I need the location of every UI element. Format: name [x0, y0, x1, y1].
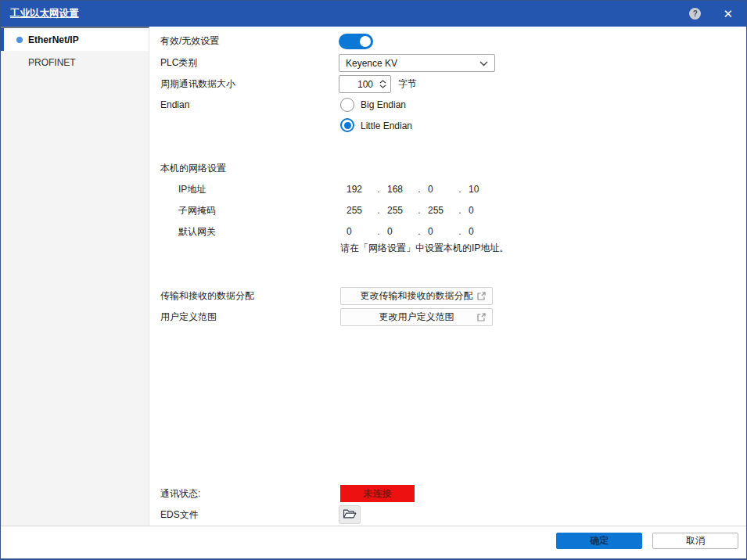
- selected-indicator: [1, 28, 4, 51]
- active-dot-icon: [16, 37, 23, 43]
- sidebar-item-label: EtherNet/IP: [28, 34, 79, 45]
- enable-toggle[interactable]: [339, 34, 373, 49]
- change-data-allocation-button[interactable]: 更改传输和接收的数据分配: [340, 287, 493, 305]
- subnet-mask-value: 255 . 255 . 255 . 0: [347, 203, 492, 218]
- octet: 255: [387, 203, 411, 218]
- default-gateway-value: 0 . 0 . 0 . 0: [347, 224, 492, 239]
- sidebar-item-profinet[interactable]: PROFINET: [1, 51, 149, 74]
- eds-file-label: EDS文件: [160, 507, 199, 522]
- eds-file-open-button[interactable]: [339, 505, 361, 524]
- octet: 0: [347, 224, 370, 239]
- network-settings-note: 请在「网络设置」中设置本机的IP地址。: [340, 240, 508, 256]
- chevron-down-icon: [479, 58, 488, 69]
- external-link-icon: [476, 312, 487, 325]
- cyclic-size-label: 周期通讯数据大小: [160, 76, 235, 92]
- close-icon[interactable]: ✕: [723, 8, 733, 20]
- octet-separator: .: [370, 203, 387, 218]
- sidebar-item-label: PROFINET: [28, 57, 76, 68]
- titlebar-icons: ? ✕: [689, 8, 733, 20]
- external-link-icon: [476, 291, 487, 303]
- comm-status-label: 通讯状态:: [160, 486, 200, 501]
- octet-separator: .: [370, 181, 387, 197]
- octet: 255: [428, 203, 451, 218]
- help-icon[interactable]: ?: [689, 8, 701, 20]
- octet: 0: [387, 224, 411, 239]
- dialog-footer: 确定 取消: [1, 526, 746, 558]
- octet: 0: [469, 224, 492, 239]
- button-label: 更改用户定义范围: [379, 311, 454, 324]
- data-allocation-label: 传输和接收的数据分配: [160, 288, 254, 303]
- octet: 0: [428, 224, 451, 239]
- plc-type-label: PLC类别: [160, 55, 197, 70]
- octet-separator: .: [451, 224, 469, 239]
- plc-type-value: Keyence KV: [346, 58, 479, 69]
- chevron-up-icon: [379, 80, 386, 84]
- octet: 0: [469, 203, 492, 218]
- default-gateway-label: 默认网关: [178, 224, 216, 239]
- octet-separator: .: [411, 203, 428, 218]
- folder-open-icon: [343, 508, 357, 522]
- octet-separator: .: [411, 224, 428, 239]
- octet: 0: [428, 181, 451, 197]
- button-label: 更改传输和接收的数据分配: [361, 289, 473, 303]
- octet-separator: .: [370, 224, 387, 239]
- ip-address-label: IP地址: [178, 181, 206, 197]
- enable-setting-label: 有效/无效设置: [160, 33, 219, 48]
- octet: 192: [347, 181, 370, 197]
- octet-separator: .: [451, 181, 469, 197]
- cyclic-size-unit: 字节: [398, 76, 417, 92]
- radio-big-endian[interactable]: [340, 98, 354, 112]
- chevron-down-icon: [379, 84, 386, 88]
- subnet-mask-label: 子网掩码: [178, 203, 216, 218]
- user-range-label: 用户定义范围: [160, 309, 217, 325]
- settings-panel: 有效/无效设置 PLC类别 Keyence KV 周期通讯数据大小 100: [149, 27, 746, 526]
- comm-status-badge: 未连接: [340, 485, 415, 502]
- toggle-knob: [360, 36, 371, 47]
- radio-little-endian[interactable]: [340, 118, 354, 132]
- cancel-button[interactable]: 取消: [652, 533, 738, 549]
- dialog-body: EtherNet/IP PROFINET 有效/无效设置 PLC类别 Keyen…: [1, 27, 746, 526]
- ip-address-value: 192 . 168 . 0 . 10: [347, 181, 492, 197]
- endian-label: Endian: [160, 97, 189, 113]
- octet: 255: [347, 203, 370, 218]
- stepper-arrows: [378, 80, 390, 88]
- protocol-sidebar: EtherNet/IP PROFINET: [1, 27, 149, 526]
- radio-dot: [344, 122, 351, 129]
- cyclic-size-stepper[interactable]: 100: [339, 75, 391, 93]
- titlebar: 工业以太网设置 ? ✕: [1, 1, 746, 27]
- octet: 168: [387, 181, 411, 197]
- sidebar-item-ethernet-ip[interactable]: EtherNet/IP: [1, 28, 149, 51]
- radio-little-endian-label[interactable]: Little Endian: [361, 118, 412, 134]
- octet-separator: .: [411, 181, 428, 197]
- cyclic-size-value: 100: [339, 79, 378, 90]
- ok-button[interactable]: 确定: [556, 533, 642, 549]
- network-settings-header: 本机的网络设置: [160, 160, 226, 176]
- radio-big-endian-label[interactable]: Big Endian: [361, 97, 406, 113]
- plc-type-select[interactable]: Keyence KV: [339, 54, 495, 72]
- industrial-ethernet-settings-dialog: 工业以太网设置 ? ✕ EtherNet/IP PROFINET 有效/无效设置: [0, 0, 747, 560]
- octet: 10: [469, 181, 492, 197]
- octet-separator: .: [451, 203, 469, 218]
- change-user-range-button[interactable]: 更改用户定义范围: [340, 308, 493, 326]
- dialog-title: 工业以太网设置: [10, 7, 79, 20]
